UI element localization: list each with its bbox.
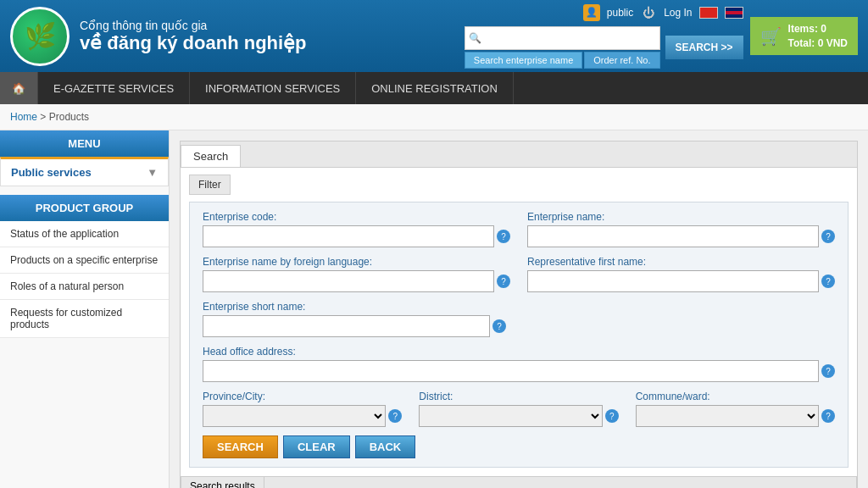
enterprise-short-help-icon[interactable]: ?: [492, 319, 506, 333]
user-label: public: [607, 7, 633, 19]
enterprise-foreign-help-icon[interactable]: ?: [497, 274, 510, 288]
enterprise-name-group: Enterprise name: ?: [527, 211, 835, 247]
nav-egazette[interactable]: E-GAZETTE SERVICES: [38, 72, 190, 104]
enterprise-name-label: Enterprise name:: [527, 211, 835, 223]
form-row-3: Enterprise short name: ?: [203, 301, 835, 337]
global-search-button[interactable]: SEARCH >>: [665, 36, 743, 59]
cart-items: Items: 0: [788, 22, 848, 36]
search-bar: 🔍 Search enterprise name Order ref. No. …: [465, 26, 743, 69]
nav-information[interactable]: INFORMATION SERVICES: [190, 72, 356, 104]
breadcrumb: Home > Products: [0, 104, 868, 130]
navbar: 🏠 E-GAZETTE SERVICES INFORMATION SERVICE…: [0, 72, 868, 104]
enterprise-foreign-label: Enterprise name by foreign language:: [203, 256, 510, 268]
form-row-2: Enterprise name by foreign language: ? R…: [203, 256, 835, 292]
commune-group: Commune/ward: ?: [636, 391, 835, 427]
logo-area: 🌿 Cổng thông tin quốc gia về đăng ký doa…: [10, 7, 465, 66]
enterprise-code-input[interactable]: [203, 225, 494, 247]
search-tab-enterprise[interactable]: Search enterprise name: [465, 52, 582, 69]
enterprise-code-group: Enterprise code: ?: [203, 211, 510, 247]
representative-help-icon[interactable]: ?: [821, 274, 835, 288]
sidebar: MENU Public services ▼ PRODUCT GROUP Sta…: [0, 130, 170, 488]
sidebar-item-status[interactable]: Status of the application: [0, 221, 169, 247]
enterprise-code-input-wrap: ?: [203, 225, 510, 247]
site-title: Cổng thông tin quốc gia về đăng ký doanh…: [80, 19, 307, 54]
login-button[interactable]: Log In: [664, 7, 692, 19]
sidebar-menu-title: MENU: [0, 130, 169, 157]
spacer-group: [523, 301, 835, 337]
flag-vn-icon[interactable]: [699, 7, 718, 19]
sidebar-product-group-title: PRODUCT GROUP: [0, 195, 169, 221]
filter-section: Enterprise code: ? Enterprise name: ?: [189, 202, 849, 468]
sidebar-item-roles[interactable]: Roles of a natural person: [0, 274, 169, 300]
district-select[interactable]: [419, 405, 602, 427]
breadcrumb-separator: >: [40, 111, 48, 123]
search-button[interactable]: SEARCH: [203, 435, 278, 458]
cart-area[interactable]: 🛒 Items: 0 Total: 0 VND: [750, 17, 858, 56]
tab-strip: Search: [181, 141, 857, 168]
cart-icon: 🛒: [760, 26, 782, 47]
sidebar-public-services[interactable]: Public services ▼: [0, 157, 169, 186]
header: 🌿 Cổng thông tin quốc gia về đăng ký doa…: [0, 0, 868, 72]
site-line2: về đăng ký doanh nghiệp: [80, 32, 307, 54]
back-button[interactable]: BACK: [355, 435, 416, 458]
enterprise-foreign-group: Enterprise name by foreign language: ?: [203, 256, 510, 292]
province-help-icon[interactable]: ?: [388, 409, 402, 423]
content-area: Search Filter Enterprise code: ? Enterpr…: [170, 130, 868, 488]
province-label: Province/City:: [203, 391, 402, 402]
search-tab-order[interactable]: Order ref. No.: [584, 52, 659, 69]
user-icon: 👤: [583, 4, 600, 21]
header-right: 👤 public ⏻ Log In 🔍 Search enterprise na…: [465, 4, 743, 69]
chevron-down-icon: ▼: [147, 166, 158, 179]
search-panel: Search Filter Enterprise code: ? Enterpr…: [180, 141, 858, 488]
search-input[interactable]: [481, 32, 643, 44]
enterprise-name-help-icon[interactable]: ?: [821, 230, 835, 243]
cart-total: Total: 0 VND: [788, 36, 848, 51]
enterprise-short-label: Enterprise short name:: [203, 301, 506, 313]
representative-label: Representative first name:: [527, 256, 835, 268]
enterprise-code-label: Enterprise code:: [203, 211, 510, 223]
enterprise-short-group: Enterprise short name: ?: [203, 301, 506, 337]
enterprise-name-input-wrap: ?: [527, 225, 835, 247]
representative-group: Representative first name: ?: [527, 256, 835, 292]
enterprise-name-input[interactable]: [527, 225, 819, 247]
home-button[interactable]: 🏠: [0, 72, 38, 104]
search-tab[interactable]: Search: [181, 145, 241, 167]
enterprise-foreign-input[interactable]: [203, 270, 494, 292]
commune-select-wrap: ?: [636, 405, 835, 427]
nav-registration[interactable]: ONLINE REGISTRATION: [356, 72, 514, 104]
form-row-1: Enterprise code: ? Enterprise name: ?: [203, 211, 835, 247]
site-line1: Cổng thông tin quốc gia: [80, 19, 307, 32]
home-icon: 🏠: [12, 82, 25, 95]
sidebar-item-customized[interactable]: Requests for customized products: [0, 300, 169, 338]
province-select[interactable]: [203, 405, 386, 427]
clear-button[interactable]: CLEAR: [283, 435, 350, 458]
representative-input-wrap: ?: [527, 270, 835, 292]
province-group: Province/City: ?: [203, 391, 402, 427]
form-row-5: Province/City: ? District: ?: [203, 391, 835, 427]
results-panel: Search results Empty list: [181, 476, 857, 488]
district-label: District:: [419, 391, 618, 402]
cart-info: Items: 0 Total: 0 VND: [788, 22, 848, 51]
representative-input[interactable]: [527, 270, 819, 292]
breadcrumb-home[interactable]: Home: [10, 111, 37, 123]
sidebar-item-products-enterprise[interactable]: Products on a specific enterprise: [0, 247, 169, 274]
form-row-4: Head office address: ?: [203, 346, 835, 382]
power-icon[interactable]: ⏻: [640, 4, 657, 21]
district-help-icon[interactable]: ?: [605, 409, 619, 423]
sidebar-public-services-label: Public services: [11, 166, 92, 179]
head-office-help-icon[interactable]: ?: [821, 364, 835, 378]
enterprise-short-input[interactable]: [203, 315, 490, 337]
breadcrumb-current: Products: [49, 111, 89, 123]
filter-header: Filter: [189, 175, 231, 195]
head-office-input[interactable]: [203, 360, 819, 382]
flag-en-icon[interactable]: [725, 7, 743, 19]
enterprise-short-input-wrap: ?: [203, 315, 506, 337]
logo-leaf-icon: 🌿: [25, 21, 56, 51]
action-row: SEARCH CLEAR BACK: [203, 435, 835, 458]
commune-label: Commune/ward:: [636, 391, 835, 402]
commune-select[interactable]: [636, 405, 819, 427]
district-group: District: ?: [419, 391, 618, 427]
enterprise-code-help-icon[interactable]: ?: [497, 230, 510, 243]
commune-help-icon[interactable]: ?: [821, 409, 835, 423]
logo: 🌿: [10, 7, 70, 66]
